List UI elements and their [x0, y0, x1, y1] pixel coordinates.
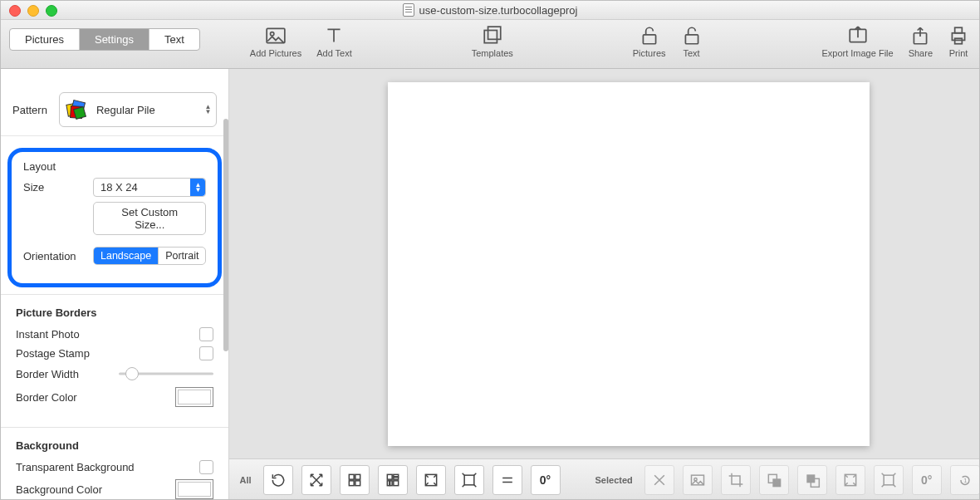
set-custom-size-button[interactable]: Set Custom Size...	[93, 202, 206, 235]
add-pictures-button[interactable]: Add Pictures	[250, 25, 301, 58]
postage-stamp-checkbox[interactable]	[199, 346, 213, 360]
svg-text:1: 1	[963, 477, 967, 484]
all-section-label: All	[239, 475, 251, 485]
export-button[interactable]: Export Image File	[821, 25, 893, 58]
equalize-button[interactable]	[492, 465, 522, 495]
mode-settings[interactable]: Settings	[79, 29, 149, 50]
settings-sidebar: Pattern Regular Pile ▲▼ Layout Size 18 X…	[1, 69, 229, 500]
zoom-window-button[interactable]	[46, 5, 57, 17]
border-width-slider[interactable]	[119, 365, 213, 382]
app-window: use-custom-size.turbocollageproj Picture…	[0, 0, 980, 500]
close-window-button[interactable]	[9, 5, 21, 17]
collage-canvas[interactable]	[388, 82, 870, 446]
export-icon	[847, 25, 869, 47]
fit-selected-button[interactable]	[835, 465, 865, 495]
svg-rect-2	[484, 31, 497, 43]
instant-photo-checkbox[interactable]	[199, 327, 213, 341]
lock-pictures-button[interactable]: Pictures	[633, 25, 666, 58]
layout-heading: Layout	[23, 160, 206, 173]
unlock-icon	[639, 25, 660, 47]
crop-button[interactable]	[721, 465, 751, 495]
transparent-bg-label: Transparent Background	[16, 461, 191, 473]
templates-button[interactable]: Templates	[472, 25, 513, 58]
svg-rect-19	[387, 474, 392, 479]
bring-forward-button[interactable]	[759, 465, 789, 495]
svg-rect-9	[955, 27, 963, 33]
reset-rotation-selected-button[interactable]: 0°	[912, 465, 942, 495]
canvas-area: All 0° Selected 0° 1 1	[229, 69, 980, 500]
svg-rect-22	[387, 481, 390, 486]
borders-panel: Picture Borders Instant Photo Postage St…	[1, 294, 228, 427]
reset-rotation-button[interactable]: 0°	[531, 465, 561, 495]
pattern-value: Regular Pile	[96, 104, 155, 116]
svg-rect-5	[685, 35, 698, 44]
size-label: Size	[23, 181, 85, 194]
svg-rect-30	[772, 478, 781, 487]
border-width-label: Border Width	[16, 368, 110, 380]
mode-segmented-control: Pictures Settings Text	[9, 28, 200, 51]
fill-selected-button[interactable]	[874, 465, 904, 495]
fit-button[interactable]	[416, 465, 446, 495]
svg-rect-14	[74, 107, 86, 120]
rotate-cw-button[interactable]: 1	[950, 465, 980, 495]
document-title-text: use-custom-size.turbocollageproj	[419, 4, 578, 17]
regular-pile-icon	[65, 98, 88, 121]
instant-photo-label: Instant Photo	[16, 328, 191, 341]
canvas-bottom-toolbar: All 0° Selected 0° 1 1	[229, 458, 980, 500]
window-title: use-custom-size.turbocollageproj	[403, 3, 578, 17]
templates-icon	[482, 25, 503, 47]
borders-heading: Picture Borders	[16, 306, 213, 319]
pattern-select[interactable]: Regular Pile ▲▼	[59, 92, 218, 127]
orientation-portrait[interactable]: Portrait	[158, 248, 205, 264]
lock-text-button[interactable]: Text	[681, 25, 703, 58]
border-color-label: Border Color	[16, 391, 167, 404]
svg-rect-26	[464, 475, 474, 485]
transparent-bg-checkbox[interactable]	[199, 460, 213, 474]
svg-point-1	[270, 32, 273, 36]
send-backward-button[interactable]	[797, 465, 827, 495]
toolbar: Pictures Settings Text Add Pictures Add …	[1, 20, 979, 69]
postage-stamp-label: Postage Stamp	[16, 347, 191, 360]
mode-pictures[interactable]: Pictures	[10, 29, 79, 50]
orientation-label: Orientation	[23, 250, 85, 262]
border-color-swatch[interactable]	[175, 387, 213, 407]
svg-rect-15	[349, 474, 354, 479]
grid-4-button[interactable]	[340, 465, 370, 495]
background-panel: Background Transparent Background Backgr…	[1, 427, 228, 500]
share-icon	[909, 25, 931, 47]
size-select[interactable]: 18 X 24 ▲▼	[93, 178, 206, 197]
titlebar: use-custom-size.turbocollageproj	[1, 1, 979, 20]
sidebar-scrollbar[interactable]	[222, 119, 228, 500]
layout-panel-highlight: Layout Size 18 X 24 ▲▼ Set Custom Size..…	[7, 148, 222, 287]
grid-mixed-button[interactable]	[378, 465, 408, 495]
svg-rect-4	[643, 35, 655, 44]
svg-rect-18	[355, 481, 360, 486]
minimize-window-button[interactable]	[27, 5, 39, 17]
svg-rect-17	[349, 481, 354, 486]
mode-text[interactable]: Text	[149, 29, 199, 50]
svg-rect-21	[393, 478, 398, 480]
canvas-viewport	[229, 69, 980, 458]
share-button[interactable]: Share	[909, 25, 933, 58]
svg-rect-3	[488, 27, 500, 39]
shuffle-button[interactable]	[301, 465, 331, 495]
shuffle-all-button[interactable]	[263, 465, 293, 495]
svg-rect-34	[884, 475, 894, 485]
fill-button[interactable]	[454, 465, 484, 495]
add-text-button[interactable]: Add Text	[316, 25, 352, 58]
background-color-label: Background Color	[16, 483, 167, 496]
stepper-arrows-icon: ▲▼	[205, 105, 212, 115]
svg-rect-10	[955, 38, 963, 44]
print-button[interactable]: Print	[948, 25, 969, 58]
background-color-swatch[interactable]	[175, 479, 213, 499]
svg-rect-16	[355, 474, 360, 479]
orientation-landscape[interactable]: Landscape	[94, 248, 158, 264]
text-icon	[323, 25, 345, 47]
replace-picture-button[interactable]	[683, 465, 713, 495]
stepper-arrows-icon: ▲▼	[190, 179, 205, 196]
window-controls	[9, 5, 57, 17]
size-value: 18 X 24	[100, 181, 138, 194]
main-area: Pattern Regular Pile ▲▼ Layout Size 18 X…	[1, 69, 979, 500]
delete-selected-button[interactable]	[644, 465, 674, 495]
svg-rect-20	[393, 474, 398, 477]
